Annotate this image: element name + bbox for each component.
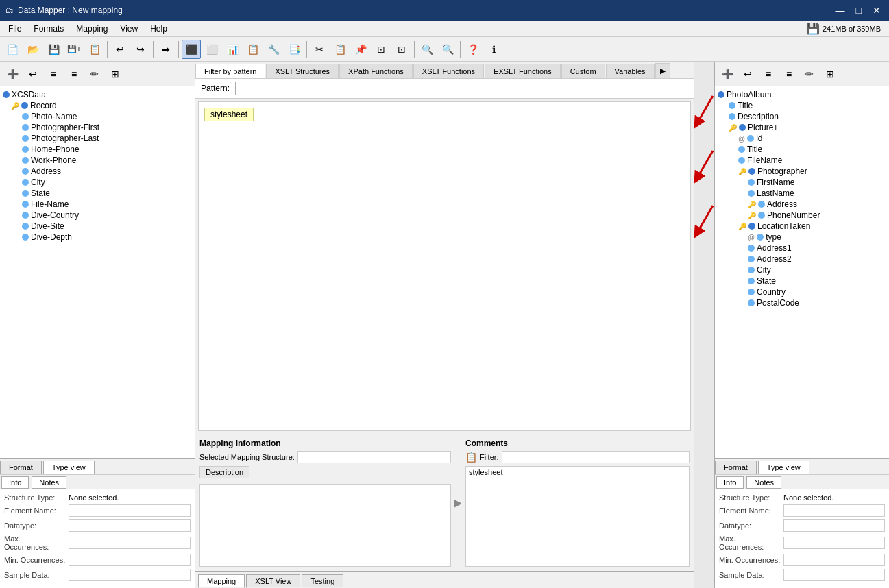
- selected-mapping-input[interactable]: [297, 451, 451, 463]
- tree-node-address[interactable]: Address: [3, 166, 192, 177]
- tree-node-state[interactable]: State: [3, 188, 192, 199]
- left-list1-button[interactable]: ≡: [44, 64, 63, 84]
- cut-button[interactable]: ✂: [310, 40, 329, 59]
- tree-node-xcsdata[interactable]: XCSData: [3, 89, 192, 100]
- tab-exslt-functions[interactable]: EXSLT Functions: [485, 64, 561, 78]
- minimize-button[interactable]: —: [833, 5, 848, 16]
- close-button[interactable]: ✕: [870, 5, 884, 16]
- action-tab-xslt-view[interactable]: XSLT View: [246, 574, 300, 588]
- tree-node-photographer-first[interactable]: Photographer-First: [3, 122, 192, 133]
- tree-node-home-phone[interactable]: Home-Phone: [3, 144, 192, 155]
- view2-button[interactable]: ⬜: [202, 40, 221, 59]
- menu-mapping[interactable]: Mapping: [71, 23, 113, 35]
- left-tab-info[interactable]: Info: [1, 476, 29, 489]
- tree-node-photo-name[interactable]: Photo-Name: [3, 111, 192, 122]
- view4-button[interactable]: 📋: [243, 40, 263, 59]
- view1-button[interactable]: ⬛: [182, 40, 201, 59]
- delete1-button[interactable]: ⊡: [372, 40, 391, 59]
- right-tab-notes[interactable]: Notes: [746, 476, 781, 489]
- redo-button[interactable]: ↪: [131, 40, 150, 59]
- left-element-name-input[interactable]: [69, 504, 191, 517]
- right-grid-button[interactable]: ⊞: [820, 64, 840, 84]
- tree-node-photographer-last[interactable]: Photographer-Last: [3, 133, 192, 144]
- left-add-button[interactable]: ➕: [3, 64, 22, 84]
- tree-node-locationtaken[interactable]: 🔑 LocationTaken: [718, 221, 886, 232]
- left-datatype-input[interactable]: [69, 519, 191, 532]
- tab-xpath-functions[interactable]: XPath Functions: [339, 64, 413, 78]
- tab-custom[interactable]: Custom: [561, 64, 605, 78]
- tree-node-work-phone[interactable]: Work-Phone: [3, 155, 192, 166]
- tree-node-file-name[interactable]: File-Name: [3, 199, 192, 210]
- left-tab-notes[interactable]: Notes: [32, 476, 66, 489]
- tree-node-dive-country[interactable]: Dive-Country: [3, 210, 192, 221]
- open-button[interactable]: 📂: [23, 40, 42, 59]
- tab-filter-by-pattern[interactable]: Filter by pattern: [195, 64, 265, 78]
- tree-node-dive-site[interactable]: Dive-Site: [3, 221, 192, 232]
- menu-file[interactable]: File: [3, 23, 27, 35]
- right-tab-typeview[interactable]: Type view: [758, 461, 809, 474]
- left-sample-data-input[interactable]: [69, 569, 191, 581]
- right-add-button[interactable]: ➕: [718, 64, 737, 84]
- right-sample-data-input[interactable]: [783, 569, 885, 581]
- left-tab-format[interactable]: Format: [0, 461, 42, 474]
- maximize-button[interactable]: □: [853, 5, 864, 16]
- undo-button[interactable]: ↩: [110, 40, 130, 59]
- left-grid-button[interactable]: ⊞: [106, 64, 125, 84]
- action-tab-mapping[interactable]: Mapping: [198, 574, 245, 588]
- menu-help[interactable]: Help: [145, 23, 173, 35]
- tab-variables[interactable]: Variables: [606, 64, 655, 78]
- copy-button[interactable]: 📋: [330, 40, 350, 59]
- mapping-textarea[interactable]: [199, 484, 451, 567]
- tree-node-r-state[interactable]: State: [718, 275, 886, 286]
- tree-node-r-country[interactable]: Country: [718, 286, 886, 297]
- tree-node-picture[interactable]: 🔑 Picture+: [718, 122, 886, 133]
- export-button[interactable]: 📋: [85, 40, 104, 59]
- tree-node-photoalbum[interactable]: PhotoAlbum: [718, 89, 886, 100]
- tree-node-postalcode[interactable]: PostalCode: [718, 297, 886, 308]
- tree-node-description[interactable]: Description: [718, 111, 886, 122]
- view5-button[interactable]: 🔧: [264, 40, 283, 59]
- tab-xslt-functions[interactable]: XSLT Functions: [413, 64, 484, 78]
- tree-node-title1[interactable]: Title: [718, 100, 886, 111]
- view3-button[interactable]: 📊: [223, 40, 242, 59]
- tree-node-r-address[interactable]: 🔑 Address: [718, 199, 886, 210]
- tree-node-at-type[interactable]: @ type: [718, 232, 886, 243]
- tree-node-lastname[interactable]: LastName: [718, 188, 886, 199]
- pattern-input[interactable]: [235, 82, 317, 95]
- new-button[interactable]: 📄: [3, 40, 22, 59]
- description-button[interactable]: Description: [199, 466, 249, 478]
- right-tab-info[interactable]: Info: [716, 476, 744, 489]
- select-all-button[interactable]: 🔍: [438, 40, 457, 59]
- right-list2-button[interactable]: ≡: [779, 64, 799, 84]
- comments-filter-input[interactable]: [502, 451, 690, 463]
- tree-node-title2[interactable]: Title: [718, 144, 886, 155]
- tree-node-record[interactable]: 🔑 Record: [3, 100, 192, 111]
- left-min-occ-input[interactable]: [69, 554, 191, 566]
- tree-node-address1[interactable]: Address1: [718, 243, 886, 254]
- tree-node-dive-depth[interactable]: Dive-Depth: [3, 232, 192, 243]
- info-button[interactable]: 🔍: [417, 40, 437, 59]
- right-max-occ-input[interactable]: [783, 537, 885, 549]
- paste-button[interactable]: 📌: [351, 40, 370, 59]
- menu-formats[interactable]: Formats: [28, 23, 69, 35]
- right-list1-button[interactable]: ≡: [759, 64, 778, 84]
- action-tab-testing[interactable]: Testing: [302, 574, 343, 588]
- tree-node-address2[interactable]: Address2: [718, 254, 886, 265]
- right-tab-format[interactable]: Format: [715, 461, 757, 474]
- tree-node-firstname[interactable]: FirstName: [718, 177, 886, 188]
- tree-node-city[interactable]: City: [3, 177, 192, 188]
- tree-node-photographer[interactable]: 🔑 Photographer: [718, 166, 886, 177]
- menu-view[interactable]: View: [114, 23, 143, 35]
- tree-node-at-id[interactable]: @ id: [718, 133, 886, 144]
- about-button[interactable]: ℹ: [484, 40, 503, 59]
- right-element-name-input[interactable]: [783, 504, 885, 517]
- right-edit-button[interactable]: ✏: [800, 64, 819, 84]
- right-back-button[interactable]: ↩: [738, 64, 757, 84]
- delete2-button[interactable]: ⊡: [392, 40, 411, 59]
- import-button[interactable]: ➡: [156, 40, 175, 59]
- left-edit-button[interactable]: ✏: [85, 64, 104, 84]
- tab-xslt-structures[interactable]: XSLT Structures: [266, 64, 339, 78]
- tree-node-r-city[interactable]: City: [718, 265, 886, 275]
- left-max-occ-input[interactable]: [69, 537, 191, 549]
- right-datatype-input[interactable]: [783, 519, 885, 532]
